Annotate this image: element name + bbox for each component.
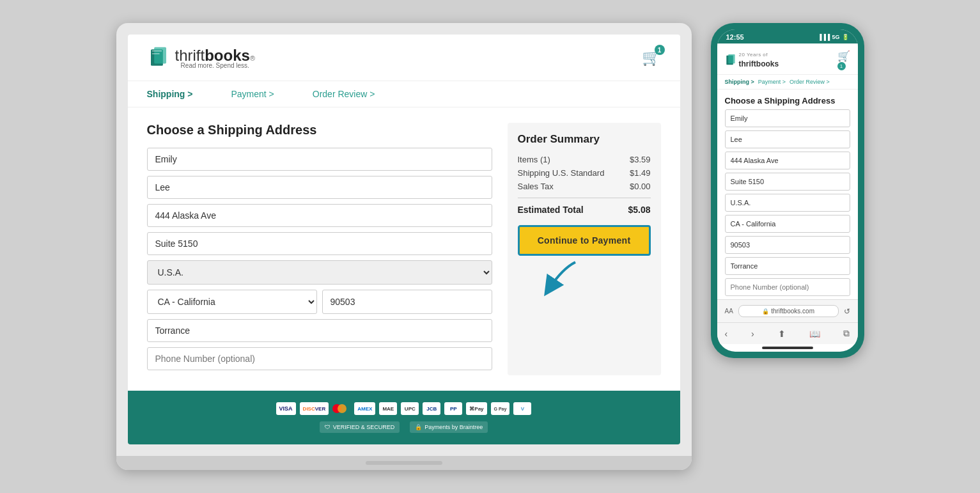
order-tax-line: Sales Tax $0.00 bbox=[518, 182, 651, 191]
form-title: Choose a Shipping Address bbox=[147, 123, 492, 137]
mastercard-icon bbox=[332, 402, 350, 415]
state-select[interactable]: CA - California bbox=[147, 290, 317, 314]
order-items-line: Items (1) $3.59 bbox=[518, 155, 651, 164]
phone-form-title: Choose a Shipping Address bbox=[717, 90, 858, 109]
shipping-label: Shipping U.S. Standard bbox=[518, 168, 605, 178]
phone-address-bar: AA 🔒 thriftbooks.com ↺ bbox=[717, 299, 858, 322]
phone-status-right: ▐▐▐ 5G 🔋 bbox=[818, 34, 848, 40]
tax-value: $0.00 bbox=[630, 182, 651, 191]
shield-icon: 🛡 bbox=[325, 424, 331, 430]
phone-cart-badge: 1 bbox=[837, 62, 846, 70]
phone-input[interactable] bbox=[147, 347, 492, 370]
phone-country-input[interactable] bbox=[725, 194, 850, 212]
svg-rect-2 bbox=[152, 51, 161, 52]
braintree-badge: 🔒 Payments by Braintree bbox=[410, 421, 488, 433]
phone-bc-order-review[interactable]: Order Review > bbox=[789, 79, 830, 85]
order-summary-title: Order Summary bbox=[518, 133, 651, 146]
phone-bc-payment[interactable]: Payment > bbox=[758, 79, 786, 85]
breadcrumb-order-review[interactable]: Order Review > bbox=[313, 89, 375, 99]
laptop-base bbox=[116, 456, 692, 470]
googlepay-icon: G Pay bbox=[491, 402, 510, 415]
phone-phone-input[interactable] bbox=[725, 278, 850, 296]
maestro-icon: MAE bbox=[379, 402, 397, 415]
phone-zip-input[interactable] bbox=[725, 236, 850, 254]
phone-aa-button[interactable]: AA bbox=[725, 308, 733, 315]
logo-area: thrift books ® Read more. Spend less. bbox=[147, 46, 255, 69]
zip-input[interactable] bbox=[322, 290, 492, 314]
phone-refresh-icon[interactable]: ↺ bbox=[844, 307, 850, 316]
order-total-line: Estimated Total $5.08 bbox=[518, 205, 651, 215]
logo-book-icon bbox=[147, 46, 170, 69]
tax-label: Sales Tax bbox=[518, 182, 554, 191]
verified-text: VERIFIED & SECURED bbox=[333, 424, 395, 430]
verified-badge: 🛡 VERIFIED & SECURED bbox=[320, 421, 400, 433]
phone-share-button[interactable]: ⬆ bbox=[778, 329, 786, 339]
breadcrumb-shipping[interactable]: Shipping > bbox=[147, 89, 193, 99]
total-label: Estimated Total bbox=[518, 205, 584, 215]
address2-input[interactable] bbox=[147, 232, 492, 255]
logo-registered: ® bbox=[250, 54, 255, 62]
network-icon: 5G bbox=[832, 34, 839, 40]
svg-rect-3 bbox=[152, 53, 159, 54]
phone-forward-button[interactable]: › bbox=[751, 329, 754, 339]
phone-breadcrumb: Shipping > Payment > Order Review > bbox=[717, 75, 858, 90]
first-name-input[interactable] bbox=[147, 148, 492, 171]
last-name-input[interactable] bbox=[147, 176, 492, 199]
site-header: thrift books ® Read more. Spend less. 🛒 … bbox=[128, 35, 680, 81]
phone-address2-input[interactable] bbox=[725, 173, 850, 191]
city-input[interactable] bbox=[147, 319, 492, 342]
site-footer: VISA DISCVER AMEX MAE UPC JCB PP ⌘Pay G … bbox=[128, 391, 680, 444]
phone-tabs-button[interactable]: ⧉ bbox=[843, 328, 850, 339]
phone-back-button[interactable]: ‹ bbox=[725, 329, 728, 339]
phone-url: thriftbooks.com bbox=[771, 308, 814, 315]
arrow-annotation bbox=[518, 256, 651, 307]
svg-rect-5 bbox=[728, 54, 735, 63]
phone-logo-text: thriftbooks bbox=[739, 59, 779, 68]
phone-logo-area: 20 Years of thriftbooks bbox=[725, 52, 779, 69]
items-label: Items (1) bbox=[518, 155, 550, 164]
phone-lock-icon: 🔒 bbox=[762, 308, 769, 315]
phone-cart[interactable]: 🛒 1 bbox=[837, 50, 850, 70]
signal-icon: ▐▐▐ bbox=[818, 34, 830, 40]
phone-header: 20 Years of thriftbooks 🛒 1 bbox=[717, 43, 858, 75]
visa-icon: VISA bbox=[276, 402, 296, 415]
phone-address1-input[interactable] bbox=[725, 152, 850, 169]
lock-icon: 🔒 bbox=[415, 424, 422, 430]
phone-frame: 12:55 ▐▐▐ 5G 🔋 20 Y bbox=[711, 23, 864, 358]
country-select[interactable]: U.S.A. bbox=[147, 260, 492, 285]
upc-icon: UPC bbox=[401, 402, 419, 415]
cart-badge: 1 bbox=[655, 45, 665, 55]
laptop-screen: thrift books ® Read more. Spend less. 🛒 … bbox=[128, 35, 680, 444]
battery-icon: 🔋 bbox=[842, 34, 849, 40]
laptop-frame: thrift books ® Read more. Spend less. 🛒 … bbox=[116, 23, 692, 470]
discover-icon: DISCVER bbox=[300, 402, 329, 415]
phone-first-name-input[interactable] bbox=[725, 109, 850, 127]
braintree-text: Payments by Braintree bbox=[424, 424, 483, 430]
phone-status-bar: 12:55 ▐▐▐ 5G 🔋 bbox=[717, 29, 858, 43]
phone-time: 12:55 bbox=[726, 33, 744, 41]
main-content: Choose a Shipping Address U.S.A. CA - Ca… bbox=[128, 107, 680, 391]
phone-home-indicator bbox=[762, 347, 813, 349]
order-shipping-line: Shipping U.S. Standard $1.49 bbox=[518, 168, 651, 178]
phone-last-name-input[interactable] bbox=[725, 130, 850, 148]
order-summary: Order Summary Items (1) $3.59 Shipping U… bbox=[508, 123, 661, 375]
order-divider bbox=[518, 198, 651, 198]
cart-area[interactable]: 🛒 1 bbox=[642, 49, 661, 67]
continue-to-payment-button[interactable]: Continue to Payment bbox=[518, 225, 651, 256]
items-value: $3.59 bbox=[630, 155, 651, 164]
jcb-icon: JCB bbox=[423, 402, 440, 415]
phone-city-input[interactable] bbox=[725, 257, 850, 275]
svg-rect-1 bbox=[154, 47, 166, 64]
breadcrumb-payment[interactable]: Payment > bbox=[231, 89, 274, 99]
payment-icons: VISA DISCVER AMEX MAE UPC JCB PP ⌘Pay G … bbox=[147, 402, 661, 415]
state-zip-row: CA - California bbox=[147, 290, 492, 314]
address1-input[interactable] bbox=[147, 204, 492, 227]
phone-bc-shipping[interactable]: Shipping > bbox=[725, 79, 754, 85]
phone-bookmark-button[interactable]: 📖 bbox=[809, 329, 820, 339]
shipping-value: $1.49 bbox=[630, 168, 651, 178]
phone-state-input[interactable] bbox=[725, 215, 850, 233]
applepay-icon: ⌘Pay bbox=[466, 402, 486, 415]
amex-icon: AMEX bbox=[354, 402, 375, 415]
paypal-icon: PP bbox=[444, 402, 462, 415]
arrow-icon bbox=[524, 256, 588, 301]
